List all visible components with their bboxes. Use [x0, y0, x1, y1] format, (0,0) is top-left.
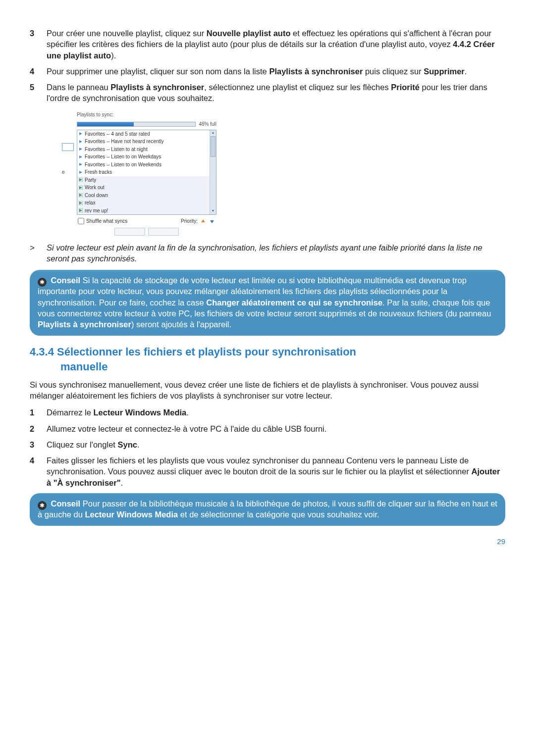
step-post: . — [137, 440, 140, 449]
step-number: 2 — [30, 423, 47, 434]
playlist-item[interactable]: Party — [77, 176, 216, 184]
step-b-4: 4Faites glisser les fichiers et les play… — [30, 455, 505, 488]
step-body: Cliquez sur l'onglet Sync. — [47, 439, 505, 450]
play-icon — [79, 132, 83, 136]
note-text: Si votre lecteur est plein avant la fin … — [47, 242, 505, 264]
side-tab-blank — [62, 143, 74, 151]
section-line2: manuelle — [60, 359, 505, 374]
storage-bar — [77, 122, 196, 127]
step-number: 1 — [30, 407, 47, 418]
playlist-item[interactable]: Favorites -- 4 and 5 star rated — [77, 130, 216, 138]
stub-button-1[interactable] — [114, 228, 145, 236]
step-body: Démarrez le Lecteur Windows Media. — [47, 407, 505, 418]
section-num: 4.3.4 — [30, 346, 54, 358]
step-body: Pour créer une nouvelle playlist, clique… — [47, 28, 505, 61]
step-mid: puis cliquez sur — [363, 67, 424, 76]
scroll-down-icon[interactable]: ▾ — [210, 208, 216, 214]
playlist-item-label: Favorites -- Have not heard recently — [85, 138, 164, 145]
playlist-item-label: Favorites -- 4 and 5 star rated — [85, 131, 150, 138]
playlist-item-label: rev me up! — [85, 207, 108, 214]
playlist-item-label: Favorites -- Listen to at night — [85, 146, 148, 153]
page-number: 29 — [30, 537, 505, 547]
side-tab-e: e — [62, 169, 65, 176]
play-icon — [79, 162, 83, 166]
step-b1: Playlists à synchroniser — [269, 67, 363, 76]
step-pre: Démarrez le — [47, 408, 93, 417]
svg-marker-23 — [210, 220, 214, 223]
step-mid: , sélectionnez une playlist et cliquez s… — [204, 83, 391, 92]
step-a-5: 5Dans le panneau Playlists à synchronise… — [30, 82, 505, 104]
shuffle-row: Shuffle what syncs Priority: — [75, 215, 218, 227]
svg-marker-1 — [79, 140, 82, 143]
playlist-list[interactable]: Favorites -- 4 and 5 star ratedFavorites… — [77, 130, 216, 215]
playlist-item[interactable]: relax — [77, 199, 216, 207]
playlist-item[interactable]: Favorites -- Listen to at night — [77, 146, 216, 153]
scroll-up-icon[interactable]: ▴ — [210, 130, 216, 136]
step-b-3: 3Cliquez sur l'onglet Sync. — [30, 439, 505, 450]
svg-marker-15 — [79, 209, 82, 212]
tip2-lead: Conseil — [51, 499, 81, 508]
step-number: 5 — [30, 82, 47, 104]
angle-mark: > — [30, 242, 47, 264]
stub-button-2[interactable] — [148, 228, 179, 236]
playlist-item-label: Party — [85, 177, 96, 184]
svg-marker-22 — [201, 219, 205, 222]
note-line: > Si votre lecteur est plein avant la fi… — [30, 242, 505, 264]
step-number: 4 — [30, 66, 47, 77]
shuffle-checkbox[interactable] — [78, 218, 84, 224]
step-b2: Priorité — [391, 83, 420, 92]
step-b2: Supprimer — [424, 67, 465, 76]
step-a-3: 3Pour créer une nouvelle playlist, cliqu… — [30, 28, 505, 61]
playlist-item[interactable]: Favorites -- Have not heard recently — [77, 138, 216, 146]
scroll-thumb[interactable] — [211, 136, 215, 157]
svg-marker-0 — [79, 132, 82, 135]
tip-box-2: ✱ Conseil Pour passer de la bibliothèque… — [30, 493, 505, 526]
step-body: Pour supprimer une playlist, cliquer sur… — [47, 66, 505, 77]
playlist-item-label: relax — [85, 200, 96, 206]
step-post: . — [465, 67, 467, 76]
playlist-item[interactable]: Blues — [77, 214, 216, 215]
step-body: Dans le panneau Playlists à synchroniser… — [47, 82, 505, 104]
tip1-b2: Playlists à synchroniser — [38, 320, 131, 329]
step-b1: Playlists à synchroniser — [110, 83, 204, 92]
step-post: ). — [111, 51, 116, 60]
shuffle-label: Shuffle what syncs — [86, 218, 127, 225]
svg-marker-9 — [79, 186, 82, 189]
storage-full-label: 48% full — [199, 121, 216, 128]
svg-marker-5 — [79, 171, 82, 174]
play-icon — [79, 208, 83, 212]
playlist-item[interactable]: Fresh tracks — [77, 168, 216, 176]
svg-marker-3 — [79, 155, 82, 158]
scrollbar[interactable]: ▴ ▾ — [210, 130, 216, 214]
playlist-item[interactable]: Work out — [77, 184, 216, 192]
playlist-item[interactable]: Favorites -- Listen to on Weekdays — [77, 153, 216, 161]
playlist-item-label: Work out — [85, 184, 105, 191]
playlist-item[interactable]: Favorites -- Listen to on Weekends — [77, 161, 216, 169]
tip-lead: Conseil — [51, 276, 81, 285]
intro-paragraph: Si vous synchronisez manuellement, vous … — [30, 379, 505, 402]
step-pre: Allumez votre lecteur et connectez-le à … — [47, 424, 326, 433]
playlist-item[interactable]: Cool down — [77, 192, 216, 200]
tip2-b1: Lecteur Windows Media — [85, 510, 178, 519]
section-line1: Sélectionner les fichiers et playlists p… — [57, 346, 356, 358]
step-pre: Pour créer une nouvelle playlist, clique… — [47, 29, 207, 38]
tip-star-icon: ✱ — [38, 501, 47, 510]
section-heading: 4.3.4 Sélectionner les fichiers et playl… — [30, 345, 505, 374]
playlist-item-label: Fresh tracks — [85, 169, 112, 176]
play-icon — [79, 147, 83, 151]
step-pre: Dans le panneau — [47, 83, 110, 92]
playlist-item-label: Cool down — [85, 192, 108, 199]
step-number: 3 — [30, 28, 47, 61]
play-icon — [79, 140, 83, 144]
priority-down-icon[interactable] — [209, 218, 215, 225]
step-body: Faites glisser les fichiers et les playl… — [47, 455, 505, 488]
playlist-item[interactable]: rev me up! — [77, 207, 216, 215]
priority-label: Priority: — [181, 218, 198, 225]
step-post: . — [121, 478, 123, 487]
priority-up-icon[interactable] — [200, 218, 207, 225]
step-b1: Lecteur Windows Media — [93, 408, 186, 417]
step-b-1: 1Démarrez le Lecteur Windows Media. — [30, 407, 505, 418]
step-pre: Faites glisser les fichiers et les playl… — [47, 456, 472, 476]
playlist-item-label: Favorites -- Listen to on Weekdays — [85, 153, 161, 160]
step-number: 4 — [30, 455, 47, 488]
